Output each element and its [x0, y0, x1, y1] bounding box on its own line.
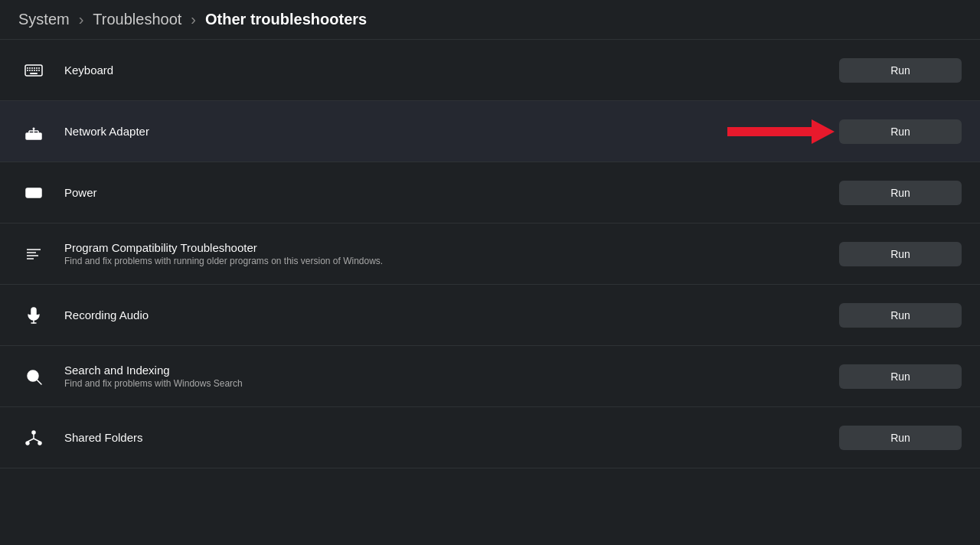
- network-adapter-text: Network Adapter: [64, 125, 839, 138]
- keyboard-icon: [18, 55, 49, 86]
- search-indexing-text: Search and Indexing Find and fix problem…: [64, 364, 839, 389]
- power-icon: [18, 178, 49, 208]
- svg-point-35: [32, 431, 35, 434]
- network-adapter-arrow: [727, 116, 835, 147]
- svg-point-37: [38, 442, 41, 445]
- troubleshooters-list: Keyboard Run Network Adapter: [0, 40, 980, 468]
- search-icon: [18, 361, 49, 392]
- svg-point-22: [34, 135, 36, 136]
- row-shared-folders: Shared Folders Run: [0, 407, 980, 468]
- row-keyboard: Keyboard Run: [0, 40, 980, 101]
- compatibility-icon: [18, 239, 49, 269]
- network-adapter-title: Network Adapter: [64, 125, 839, 138]
- recording-audio-title: Recording Audio: [64, 308, 839, 321]
- svg-point-21: [31, 135, 33, 136]
- breadcrumb-sep-2: ›: [191, 11, 196, 28]
- row-recording-audio: Recording Audio Run: [0, 285, 980, 346]
- svg-line-34: [38, 380, 42, 384]
- microphone-icon: [18, 300, 49, 331]
- breadcrumb-sep-1: ›: [79, 11, 84, 28]
- svg-point-20: [28, 135, 30, 136]
- row-power: Power Run: [0, 162, 980, 224]
- breadcrumb-system[interactable]: System: [18, 11, 70, 28]
- power-title: Power: [64, 186, 839, 199]
- shared-folders-icon: [18, 423, 49, 453]
- recording-audio-run-button[interactable]: Run: [839, 303, 962, 328]
- search-indexing-run-button[interactable]: Run: [839, 364, 962, 389]
- shared-folders-text: Shared Folders: [64, 431, 839, 444]
- svg-rect-13: [30, 73, 38, 74]
- keyboard-run-button[interactable]: Run: [839, 58, 962, 83]
- svg-line-39: [28, 439, 34, 442]
- row-program-compatibility: Program Compatibility Troubleshooter Fin…: [0, 224, 980, 285]
- power-text: Power: [64, 186, 839, 199]
- network-adapter-icon: [18, 116, 49, 147]
- shared-folders-title: Shared Folders: [64, 431, 839, 444]
- program-compatibility-subtitle: Find and fix problems with running older…: [64, 256, 839, 266]
- row-search-indexing: Search and Indexing Find and fix problem…: [0, 346, 980, 407]
- shared-folders-run-button[interactable]: Run: [839, 426, 962, 450]
- breadcrumb: System › Troubleshoot › Other troublesho…: [0, 0, 980, 40]
- program-compatibility-title: Program Compatibility Troubleshooter: [64, 241, 839, 254]
- svg-marker-24: [727, 119, 835, 144]
- search-indexing-title: Search and Indexing: [64, 364, 839, 377]
- svg-point-33: [28, 370, 38, 381]
- breadcrumb-troubleshoot[interactable]: Troubleshoot: [93, 11, 181, 28]
- svg-line-40: [34, 439, 40, 442]
- search-indexing-subtitle: Find and fix problems with Windows Searc…: [64, 378, 839, 389]
- program-compatibility-run-button[interactable]: Run: [839, 242, 962, 266]
- recording-audio-text: Recording Audio: [64, 308, 839, 321]
- svg-rect-25: [26, 188, 41, 197]
- row-network-adapter: Network Adapter Run: [0, 101, 980, 162]
- power-run-button[interactable]: Run: [839, 181, 962, 205]
- keyboard-text: Keyboard: [64, 64, 839, 77]
- keyboard-title: Keyboard: [64, 64, 839, 77]
- svg-rect-14: [26, 133, 41, 139]
- svg-point-23: [38, 135, 39, 136]
- program-compatibility-text: Program Compatibility Troubleshooter Fin…: [64, 241, 839, 266]
- breadcrumb-current: Other troubleshooters: [205, 11, 367, 28]
- svg-point-19: [33, 127, 35, 129]
- network-adapter-run-button[interactable]: Run: [839, 119, 962, 144]
- svg-point-36: [26, 442, 29, 445]
